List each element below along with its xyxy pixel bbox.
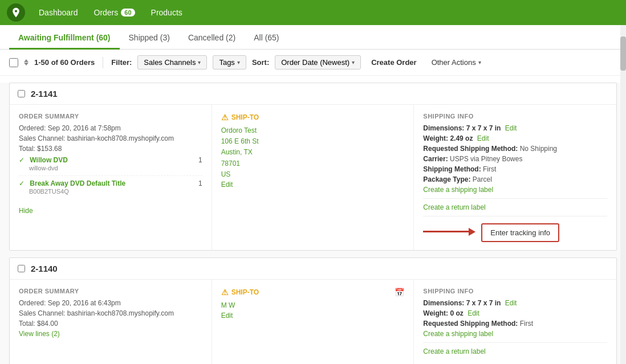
- ship-to-address: Ordoro Test 106 E 6th St Austin, TX 7870…: [221, 125, 405, 180]
- order-card-2-1140: 2-1140 ORDER SUMMARY Ordered: Sep 20, 20…: [9, 257, 617, 364]
- scroll-thumb[interactable]: [620, 36, 626, 71]
- tags-filter[interactable]: Tags ▾: [213, 55, 246, 69]
- scrollbar[interactable]: [620, 25, 626, 364]
- orders-badge: 60: [121, 9, 135, 17]
- shipping-info-title: SHIPPING INFO: [423, 113, 607, 120]
- nav-orders[interactable]: Orders 60: [86, 0, 143, 25]
- filter-label: Filter:: [111, 58, 132, 67]
- chevron-down-icon: ▾: [478, 59, 481, 66]
- create-shipping-label-link[interactable]: Create a shipping label: [423, 330, 607, 338]
- other-actions-button[interactable]: Other Actions ▾: [427, 56, 486, 69]
- shipping-info-section: SHIPPING INFO Dimensions: 7 x 7 x 7 in E…: [414, 105, 616, 250]
- nav-products[interactable]: Products: [143, 0, 190, 25]
- weight-edit-link[interactable]: Edit: [477, 134, 489, 142]
- arrow-down-icon: [24, 63, 29, 66]
- dimensions-row: Dimensions: 7 x 7 x 7 in Edit: [423, 124, 607, 132]
- main-content: 2-1141 ORDER SUMMARY Ordered: Sep 20, 20…: [0, 83, 626, 364]
- enter-tracking-info-button[interactable]: Enter tracking info: [481, 223, 559, 242]
- order-body: ORDER SUMMARY Ordered: Sep 20, 2016 at 7…: [10, 105, 616, 250]
- weight-edit-link[interactable]: Edit: [468, 309, 479, 317]
- tab-cancelled[interactable]: Cancelled (2): [179, 25, 245, 50]
- toolbar-separator: [103, 57, 103, 68]
- order-summary-section: ORDER SUMMARY Ordered: Sep 20, 2016 at 6…: [10, 280, 212, 364]
- create-return-label-link[interactable]: Create a return label: [423, 203, 607, 211]
- toolbar: 1-50 of 60 Orders Filter: Sales Channels…: [0, 50, 626, 76]
- dimensions-edit-link[interactable]: Edit: [505, 124, 517, 132]
- summary-title: ORDER SUMMARY: [19, 113, 202, 120]
- create-order-button[interactable]: Create Order: [367, 56, 421, 69]
- tab-shipped[interactable]: Shipped (3): [120, 25, 179, 50]
- dimensions-row: Dimensions: 7 x 7 x 7 in Edit: [423, 299, 607, 307]
- order-count: 1-50 of 60 Orders: [34, 58, 95, 67]
- order-id: 2-1140: [31, 264, 58, 273]
- ordered-date: Ordered: Sep 20, 2016 at 7:58pm: [19, 124, 202, 132]
- order-body: ORDER SUMMARY Ordered: Sep 20, 2016 at 6…: [10, 280, 616, 364]
- shipping-info-section: SHIPPING INFO Dimensions: 7 x 7 x 7 in E…: [414, 280, 616, 364]
- tracking-row: Enter tracking info: [423, 221, 607, 242]
- view-lines-link[interactable]: View lines (2): [19, 330, 202, 338]
- product-sku: willow-dvd: [29, 165, 58, 171]
- hide-link[interactable]: Hide: [19, 207, 33, 215]
- warning-icon: ⚠: [221, 113, 229, 122]
- product-check-icon: ✓: [19, 156, 25, 164]
- product-qty: 1: [198, 179, 202, 187]
- ship-to-section: ⚠ SHIP-TO 📅 M W Edit: [212, 280, 414, 364]
- order-total: Total: $84.00: [19, 320, 202, 328]
- product-name: Willow DVD: [30, 156, 68, 164]
- shipping-method-row: Shipping Method: First: [423, 165, 607, 173]
- order-id: 2-1141: [31, 89, 58, 99]
- top-nav: Dashboard Orders 60 Products: [0, 0, 626, 25]
- sort-label: Sort:: [252, 58, 269, 67]
- summary-title: ORDER SUMMARY: [19, 288, 202, 295]
- shipping-divider: [423, 216, 607, 216]
- create-shipping-label-link[interactable]: Create a shipping label: [423, 186, 607, 194]
- order-summary-section: ORDER SUMMARY Ordered: Sep 20, 2016 at 7…: [10, 105, 212, 250]
- chevron-down-icon: ▾: [352, 59, 355, 66]
- product-name: Break Away DVD Default Title: [30, 179, 125, 187]
- red-arrow-annotation: [423, 228, 475, 236]
- package-type-row: Package Type: Parcel: [423, 175, 607, 183]
- sort-dropdown[interactable]: Order Date (Newest) ▾: [275, 55, 361, 69]
- product-sku: B00B2TUS4Q: [29, 188, 69, 195]
- nav-dashboard[interactable]: Dashboard: [31, 0, 86, 25]
- tab-bar: Awaiting Fulfillment (60) Shipped (3) Ca…: [0, 25, 626, 50]
- select-all-checkbox[interactable]: [9, 58, 18, 67]
- weight-row: Weight: 0 oz Edit: [423, 309, 607, 317]
- ship-to-title: ⚠ SHIP-TO: [221, 113, 405, 122]
- arrow-up-icon: [24, 59, 29, 62]
- order-checkbox[interactable]: [18, 265, 25, 272]
- ship-to-title: ⚠ SHIP-TO 📅: [221, 288, 405, 297]
- product-check-icon: ✓: [19, 179, 25, 187]
- requested-method-row: Requested Shipping Method: No Shipping: [423, 145, 607, 153]
- app-logo: [7, 3, 25, 22]
- product-item: ✓ Break Away DVD Default Title B00B2TUS4…: [19, 179, 202, 199]
- ship-to-section: ⚠ SHIP-TO Ordoro Test 106 E 6th St Austi…: [212, 105, 414, 250]
- ship-to-edit-link[interactable]: Edit: [221, 312, 233, 320]
- tab-all[interactable]: All (65): [245, 25, 288, 50]
- ship-to-edit-link[interactable]: Edit: [221, 181, 233, 189]
- shipping-divider: [423, 198, 607, 199]
- order-card-2-1141: 2-1141 ORDER SUMMARY Ordered: Sep 20, 20…: [9, 83, 617, 251]
- weight-row: Weight: 2.49 oz Edit: [423, 134, 607, 142]
- calendar-icon: 📅: [395, 288, 404, 297]
- arrow-line: [423, 231, 469, 232]
- order-total: Total: $153.68: [19, 145, 202, 153]
- sort-arrows[interactable]: [24, 59, 29, 66]
- dimensions-edit-link[interactable]: Edit: [505, 299, 517, 307]
- sales-channels-filter[interactable]: Sales Channels ▾: [137, 55, 207, 69]
- carrier-row: Carrier: USPS via Pitney Bowes: [423, 155, 607, 163]
- shipping-info-title: SHIPPING INFO: [423, 288, 607, 295]
- ship-to-address: M W: [221, 300, 405, 311]
- tab-awaiting[interactable]: Awaiting Fulfillment (60): [9, 25, 120, 50]
- create-return-label-link[interactable]: Create a return label: [423, 347, 607, 355]
- shipping-divider: [423, 342, 607, 343]
- requested-method-row: Requested Shipping Method: First: [423, 320, 607, 328]
- product-qty: 1: [198, 156, 202, 164]
- sales-channel: Sales Channel: bashirian-koch8708.myshop…: [19, 134, 202, 142]
- order-header: 2-1140: [10, 258, 616, 280]
- product-item: ✓ Willow DVD willow-dvd 1: [19, 156, 202, 176]
- warning-icon: ⚠: [221, 288, 229, 297]
- order-checkbox[interactable]: [18, 90, 25, 97]
- ordered-date: Ordered: Sep 20, 2016 at 6:43pm: [19, 299, 202, 307]
- order-header: 2-1141: [10, 83, 616, 105]
